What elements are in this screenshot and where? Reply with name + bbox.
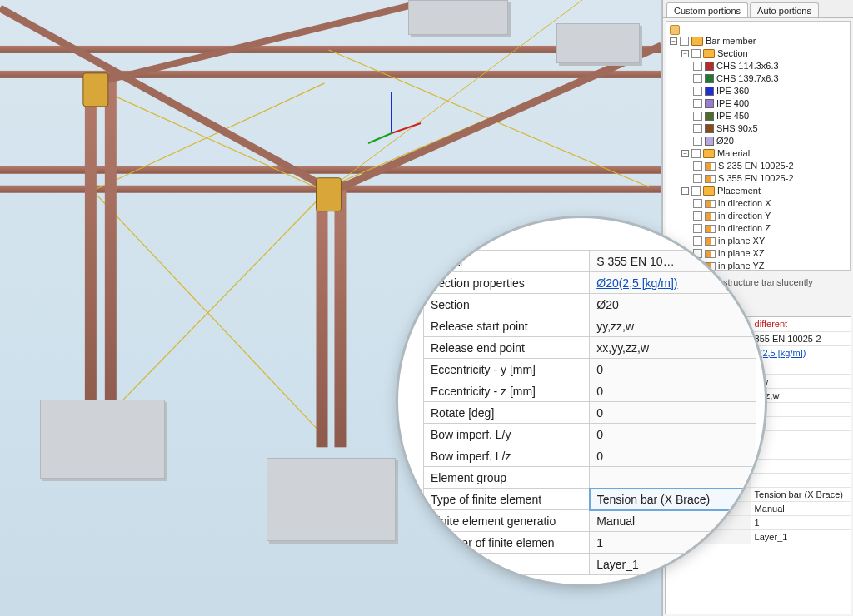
checkbox[interactable] — [693, 161, 702, 171]
prop-label: Section properties — [424, 272, 590, 294]
tree-label[interactable]: Ø20 — [716, 135, 734, 147]
tree-label[interactable]: CHS 114.3x6.3 — [716, 60, 779, 72]
checkbox[interactable] — [693, 99, 702, 108]
expander-icon[interactable]: − — [681, 187, 689, 195]
checkbox[interactable] — [693, 137, 702, 146]
prop-value[interactable]: 0 — [590, 402, 756, 424]
checkbox[interactable] — [693, 211, 702, 221]
svg-rect-11 — [85, 80, 97, 429]
checkbox[interactable] — [693, 124, 702, 133]
checkbox[interactable] — [693, 236, 702, 246]
foundation-block — [267, 458, 396, 541]
prop-value[interactable]: Ø20 — [590, 294, 756, 315]
prop-label: Release start point — [424, 315, 590, 337]
prop-label: Rotate [deg] — [424, 402, 590, 424]
tree-label[interactable]: in plane XY — [718, 235, 765, 247]
prop-label: Section — [424, 294, 590, 315]
svg-line-22 — [368, 133, 392, 143]
svg-rect-18 — [83, 73, 108, 107]
folder-icon — [703, 149, 715, 158]
prop-value[interactable] — [751, 402, 851, 416]
expander-icon[interactable]: − — [681, 50, 689, 57]
prop-value[interactable]: yy,zz,w — [590, 315, 756, 337]
prop-label: Type of finite element — [424, 489, 590, 510]
prop-value[interactable]: Layer_1 — [751, 529, 851, 544]
prop-value[interactable] — [751, 430, 851, 445]
prop-value[interactable]: 0 — [590, 445, 756, 467]
model-root-icon — [670, 25, 680, 35]
tree-label[interactable]: IPE 400 — [716, 97, 749, 110]
tree-label[interactable]: Placement — [717, 185, 761, 197]
prop-label: Bow imperf. L/z — [424, 445, 590, 467]
tree-label[interactable]: Material — [717, 147, 750, 160]
checkbox[interactable] — [680, 37, 689, 46]
tree-label[interactable]: Section — [717, 47, 748, 60]
checkbox[interactable] — [693, 112, 702, 121]
foundation-block — [408, 0, 508, 35]
prop-value[interactable]: z,w — [751, 374, 851, 388]
tree-label[interactable]: S 235 EN 10025-2 — [718, 160, 794, 172]
expander-icon[interactable]: − — [670, 37, 677, 45]
prop-value[interactable]: different — [751, 317, 851, 331]
tree-label[interactable]: IPE 360 — [716, 85, 749, 97]
tree-label[interactable]: S 355 EN 10025-2 — [718, 172, 794, 185]
material-icon — [705, 162, 716, 171]
prop-value[interactable] — [751, 459, 851, 473]
prop-value[interactable]: 0(2,5 [kg/m]) — [751, 345, 851, 360]
prop-value[interactable]: xx,yy,zz,w — [590, 337, 756, 359]
tree-label[interactable]: SHS 90x5 — [716, 122, 758, 135]
tree-label[interactable]: CHS 139.7x6.3 — [716, 72, 779, 85]
magnifier-overlay: un… aterialS 355 EN 10…Section propertie… — [398, 218, 765, 584]
portion-tabs: Custom portions Auto portions — [663, 0, 853, 18]
svg-line-17 — [108, 0, 433, 80]
prop-value[interactable]: 355 EN 10025-2 — [751, 331, 851, 345]
tree-label[interactable]: in direction Z — [718, 222, 771, 235]
app-root: Custom portions Auto portions −Bar membe… — [0, 0, 853, 616]
checkbox[interactable] — [691, 149, 701, 158]
tree-label[interactable]: Bar member — [706, 35, 756, 47]
placement-icon — [705, 200, 716, 208]
expander-icon[interactable]: − — [681, 150, 689, 157]
prop-value[interactable]: 0 — [590, 359, 756, 380]
prop-label: Element group — [424, 467, 590, 489]
checkbox[interactable] — [691, 186, 701, 196]
checkbox[interactable] — [693, 224, 702, 233]
checkbox[interactable] — [693, 199, 702, 208]
prop-value[interactable]: Manual — [751, 501, 851, 515]
model-tree[interactable]: −Bar member −Section CHS 114.3x6.3 CHS 1… — [666, 21, 851, 271]
prop-value[interactable] — [751, 445, 851, 459]
prop-value[interactable]: Tension bar (X Brace) — [590, 489, 756, 510]
svg-rect-2 — [0, 166, 661, 174]
prop-value[interactable]: y,zz,w — [751, 388, 851, 402]
tree-label[interactable]: in plane XZ — [718, 247, 765, 260]
svg-rect-19 — [317, 178, 342, 211]
tree-label[interactable]: in direction X — [718, 197, 771, 210]
checkbox[interactable] — [693, 174, 702, 183]
placement-icon — [705, 212, 716, 221]
prop-value[interactable]: 0 — [590, 380, 756, 402]
magnified-property-grid: un… aterialS 355 EN 10…Section propertie… — [423, 236, 756, 575]
color-swatch-icon — [705, 74, 714, 83]
color-swatch-icon — [705, 99, 714, 108]
prop-value[interactable] — [590, 467, 756, 489]
tab-custom-portions[interactable]: Custom portions — [666, 2, 748, 17]
prop-value[interactable]: Tension bar (X Brace) — [751, 487, 851, 501]
tab-auto-portions[interactable]: Auto portions — [750, 2, 819, 17]
checkbox[interactable] — [693, 74, 702, 83]
material-icon — [705, 175, 716, 183]
checkbox[interactable] — [693, 62, 702, 71]
color-swatch-icon — [705, 62, 714, 71]
svg-rect-12 — [105, 80, 117, 429]
prop-value[interactable] — [751, 473, 851, 487]
prop-value[interactable] — [751, 360, 851, 374]
tree-label[interactable]: IPE 450 — [716, 110, 749, 122]
prop-value[interactable] — [751, 416, 851, 430]
checkbox[interactable] — [693, 87, 702, 96]
tree-label[interactable]: in direction Y — [718, 210, 771, 222]
tree-label[interactable]: in plane YZ — [718, 260, 764, 271]
prop-label: Release end point — [424, 337, 590, 359]
color-swatch-icon — [705, 87, 714, 96]
prop-value[interactable]: 0 — [590, 424, 756, 445]
checkbox[interactable] — [691, 49, 701, 58]
prop-value[interactable]: 1 — [751, 515, 851, 529]
